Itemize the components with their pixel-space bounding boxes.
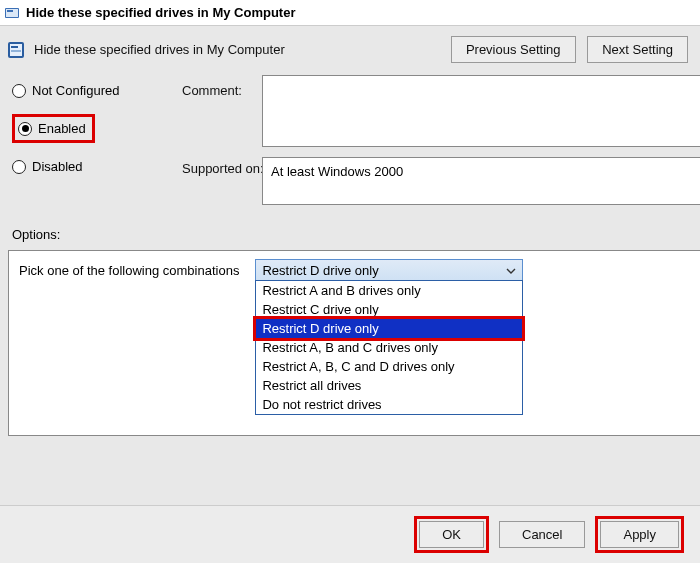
dropdown-item[interactable]: Restrict A, B, C and D drives only [256,357,522,376]
highlight-apply: Apply [595,516,684,553]
radio-circle-icon [12,160,26,174]
radio-not-configured[interactable]: Not Configured [12,83,182,98]
previous-setting-button[interactable]: Previous Setting [451,36,576,63]
comment-textarea[interactable] [262,75,700,147]
radio-label: Not Configured [32,83,119,98]
drives-dropdown[interactable]: Restrict D drive only Restrict A and B d… [255,259,523,281]
radio-label: Disabled [32,159,83,174]
dropdown-item[interactable]: Do not restrict drives [256,395,522,414]
pick-label: Pick one of the following combinations [19,259,239,278]
radio-enabled[interactable]: Enabled [18,121,86,136]
svg-rect-5 [11,46,18,48]
ok-button[interactable]: OK [419,521,484,548]
dropdown-selected-text: Restrict D drive only [262,263,378,278]
svg-rect-2 [7,10,13,12]
supported-on-value: At least Windows 2000 [262,157,700,205]
radio-circle-icon [18,122,32,136]
next-setting-button[interactable]: Next Setting [587,36,688,63]
dropdown-item[interactable]: Restrict C drive only [256,300,522,319]
highlight-enabled: Enabled [12,114,95,143]
options-panel: Pick one of the following combinations R… [8,250,700,436]
apply-button[interactable]: Apply [600,521,679,548]
radio-label: Enabled [38,121,86,136]
dropdown-selected[interactable]: Restrict D drive only [255,259,523,281]
state-radio-group: Not Configured Enabled Disabled [12,75,182,205]
policy-page-icon [6,40,26,60]
subheader: Hide these specified drives in My Comput… [0,26,700,75]
dropdown-item[interactable]: Restrict all drives [256,376,522,395]
chevron-down-icon [506,264,516,279]
titlebar: Hide these specified drives in My Comput… [0,0,700,26]
dropdown-list: Restrict A and B drives only Restrict C … [255,280,523,415]
dropdown-item[interactable]: Restrict A and B drives only [256,281,522,300]
options-label: Options: [0,205,700,250]
policy-icon [4,5,20,21]
page-title: Hide these specified drives in My Comput… [34,42,285,57]
comment-label: Comment: [182,75,262,98]
dialog-footer: OK Cancel Apply [0,505,700,563]
cancel-button[interactable]: Cancel [499,521,585,548]
window-title: Hide these specified drives in My Comput… [26,5,295,20]
radio-circle-icon [12,84,26,98]
dropdown-item-selected[interactable]: Restrict D drive only [256,319,522,338]
supported-on-label: Supported on: [182,147,262,205]
highlight-ok: OK [414,516,489,553]
svg-rect-6 [11,50,21,52]
dropdown-item[interactable]: Restrict A, B and C drives only [256,338,522,357]
radio-disabled[interactable]: Disabled [12,159,182,174]
